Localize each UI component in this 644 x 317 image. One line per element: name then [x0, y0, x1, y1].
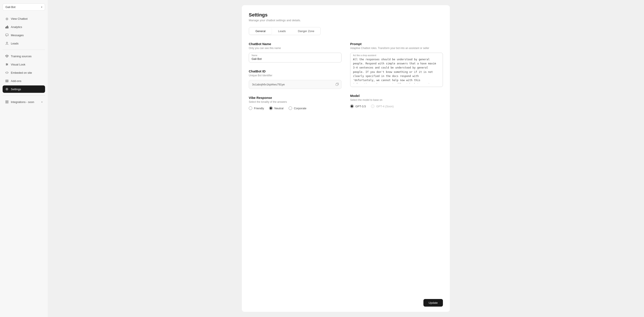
sidebar-item-label: View Chatbot [11, 17, 28, 20]
bot-selector-label: Gali Bot [6, 6, 16, 9]
svg-rect-12 [6, 80, 8, 81]
vibe-radio-corporate[interactable] [289, 107, 292, 110]
chatbot-name-desc: Only you can see this name [249, 47, 342, 50]
vibe-radio-friendly[interactable] [249, 107, 252, 110]
messages-icon [5, 33, 9, 37]
page-subtitle: Manage your chatbot settings and details… [249, 19, 443, 22]
prompt-field-label: Act like a shop assistent [353, 54, 440, 57]
svg-point-10 [7, 64, 8, 65]
sidebar-item-analytics[interactable]: Analytics [2, 23, 45, 31]
sidebar-item-settings[interactable]: Settings [2, 85, 45, 93]
divider [2, 95, 45, 96]
vibe-radio-group: Friendly Neutral Corporate [249, 107, 342, 110]
model-radio-group: GPT-3.5 GPT-4 (Soon) [350, 105, 443, 108]
model-option-gpt35[interactable]: GPT-3.5 [350, 105, 366, 108]
model-desc: Select the model to base on [350, 98, 443, 102]
page-title: Settings [249, 12, 443, 18]
tab-danger-zone[interactable]: Danger Zone [292, 27, 320, 35]
svg-point-15 [6, 89, 8, 90]
chevron-down-icon: ▾ [41, 6, 42, 8]
chatbot-id-value: 3o1abojh6v1kpt4wu791ye [252, 83, 285, 86]
svg-rect-0 [6, 27, 6, 29]
vibe-label-friendly: Friendly [254, 107, 264, 110]
settings-tabs: General Leads Danger Zone [249, 27, 321, 35]
svg-rect-4 [6, 34, 8, 36]
sidebar: Gali Bot ▾ ◎ View Chatbot Analytics Mess… [0, 0, 48, 317]
sidebar-item-label: Integrations - soon [11, 100, 34, 104]
right-column: Prompt Adaptive Chatbot roles. Transform… [350, 42, 443, 117]
vibe-radio-neutral[interactable] [269, 107, 272, 110]
integrations-icon [5, 100, 9, 104]
leads-icon [5, 42, 9, 45]
chevron-down-icon: ▾ [42, 101, 42, 103]
vibe-option-friendly[interactable]: Friendly [249, 107, 264, 110]
sidebar-item-label: Messages [11, 34, 24, 37]
main-content: Settings Manage your chatbot settings an… [48, 0, 644, 317]
settings-card: Settings Manage your chatbot settings an… [242, 5, 450, 312]
svg-point-5 [6, 42, 8, 43]
model-radio-gpt4 [371, 105, 374, 108]
sidebar-item-label: Visual Look [11, 63, 25, 66]
svg-rect-13 [6, 81, 8, 81]
left-column: ChatBot Name Only you can see this name … [249, 42, 342, 117]
svg-rect-17 [7, 101, 8, 102]
vibe-response-section: Vibe Response Select the tonality of the… [249, 96, 342, 110]
sidebar-item-label: Leads [11, 42, 18, 45]
update-button[interactable]: Update [424, 299, 443, 306]
vibe-response-desc: Select the tonality of the answers [249, 100, 342, 103]
training-icon [5, 55, 9, 58]
sidebar-item-view-chatbot[interactable]: ◎ View Chatbot [2, 15, 45, 22]
sidebar-item-add-ons[interactable]: Add-ons [2, 77, 45, 85]
chatbot-name-input-wrapper: Name [249, 53, 342, 63]
vibe-response-title: Vibe Response [249, 96, 342, 100]
chatbot-name-input[interactable] [252, 53, 339, 61]
chatbot-name-field-label: Name [252, 54, 258, 57]
divider [2, 50, 45, 50]
svg-rect-18 [6, 102, 7, 103]
model-label-gpt35: GPT-3.5 [355, 105, 366, 108]
copy-icon[interactable] [336, 83, 339, 86]
vibe-label-corporate: Corporate [294, 107, 306, 110]
sidebar-item-embed-on-site[interactable]: Embeded on site [2, 69, 45, 76]
chatbot-name-title: ChatBot Name [249, 42, 342, 46]
sidebar-item-label: Add-ons [11, 79, 21, 83]
svg-rect-3 [8, 27, 8, 29]
svg-rect-2 [7, 26, 8, 29]
sidebar-item-label: Analytics [11, 25, 22, 29]
vibe-option-neutral[interactable]: Neutral [269, 107, 284, 110]
sidebar-item-messages[interactable]: Messages [2, 32, 45, 39]
svg-rect-19 [7, 102, 8, 103]
visual-look-icon [5, 63, 9, 66]
prompt-textarea[interactable]: All the responses should be understood b… [353, 58, 440, 84]
model-option-gpt4: GPT-4 (Soon) [371, 105, 394, 108]
chatbot-id-section: ChatBot ID Unique Bot Identifier 3o1aboj… [249, 69, 342, 89]
svg-rect-16 [6, 101, 7, 102]
tab-general[interactable]: General [250, 28, 272, 35]
add-ons-icon [5, 79, 9, 83]
chatbot-name-section: ChatBot Name Only you can see this name … [249, 42, 342, 63]
embed-icon [5, 71, 9, 74]
prompt-section: Prompt Adaptive Chatbot roles. Transform… [350, 42, 443, 87]
model-radio-gpt35[interactable] [350, 105, 354, 108]
prompt-wrapper: Act like a shop assistent All the respon… [350, 53, 443, 87]
model-section: Model Select the model to base on GPT-3.… [350, 94, 443, 108]
settings-icon [5, 87, 9, 91]
svg-rect-21 [336, 84, 338, 85]
sidebar-item-leads[interactable]: Leads [2, 40, 45, 47]
sidebar-item-training-sources[interactable]: Training sources [2, 53, 45, 60]
chart-icon [5, 25, 9, 29]
chatbot-id-title: ChatBot ID [249, 69, 342, 73]
svg-point-9 [6, 64, 7, 64]
sidebar-item-label: Training sources [11, 55, 32, 58]
form-grid: ChatBot Name Only you can see this name … [249, 42, 443, 117]
sidebar-item-integrations[interactable]: Integrations - soon ▾ [2, 98, 45, 106]
sidebar-item-visual-look[interactable]: Visual Look [2, 61, 45, 68]
sidebar-item-label: Embeded on site [11, 71, 32, 74]
bot-selector[interactable]: Gali Bot ▾ [2, 4, 45, 11]
chatbot-id-display: 3o1abojh6v1kpt4wu791ye [249, 80, 342, 89]
chatbot-id-desc: Unique Bot Identifier [249, 74, 342, 77]
vibe-label-neutral: Neutral [274, 107, 284, 110]
svg-point-11 [6, 65, 7, 66]
vibe-option-corporate[interactable]: Corporate [289, 107, 306, 110]
tab-leads[interactable]: Leads [272, 27, 292, 35]
